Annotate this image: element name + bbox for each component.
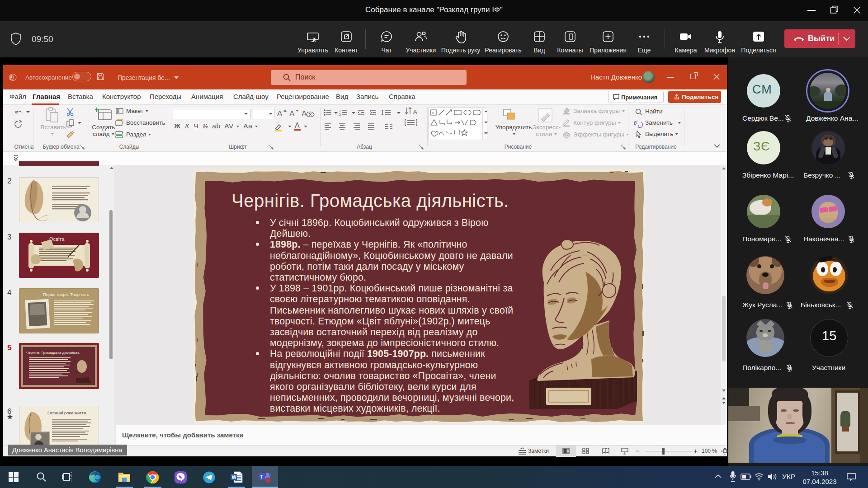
svg-text:W: W: [232, 474, 237, 480]
svg-text:A: A: [289, 109, 295, 118]
svg-text:2: 2: [339, 113, 341, 116]
svg-text:A: A: [277, 109, 283, 118]
svg-text:1: 1: [339, 109, 341, 113]
svg-text:Останні роки життя.: Останні роки життя.: [47, 410, 87, 415]
svg-text:T: T: [260, 474, 263, 479]
svg-text:Чернігів. Громадська діяльніст: Чернігів. Громадська діяльність.: [26, 351, 80, 355]
svg-text:A: A: [413, 108, 417, 115]
svg-text:Перші твори. Творчість: Перші твори. Творчість: [43, 292, 89, 297]
svg-text:P: P: [10, 75, 13, 80]
svg-text:A: A: [302, 109, 307, 118]
svg-text:A: A: [432, 111, 434, 115]
